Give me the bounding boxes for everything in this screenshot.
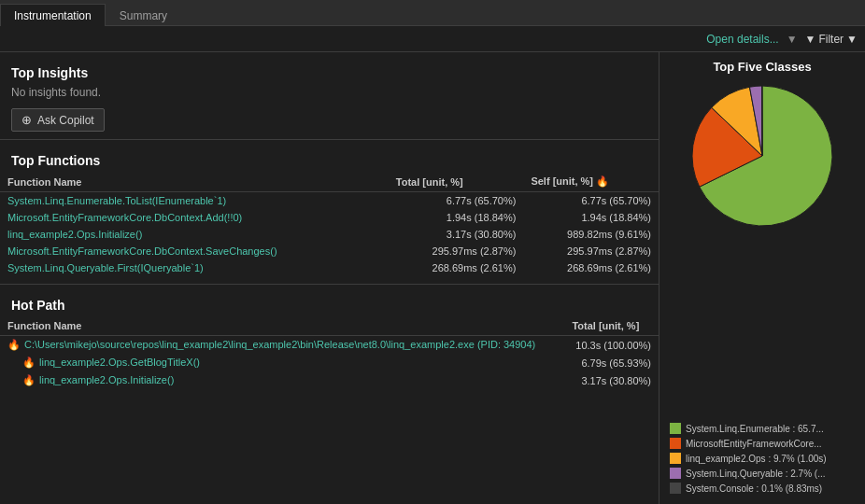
pie-chart	[688, 81, 837, 231]
tab-summary[interactable]: Summary	[106, 4, 181, 26]
legend-label: System.Linq.Queryable : 2.7% (...	[686, 469, 826, 479]
flame-path-icon: 🔥	[7, 339, 21, 350]
self-cell: 6.77s (65.70%)	[523, 192, 659, 210]
function-name-cell[interactable]: Microsoft.EntityFrameworkCore.DbContext.…	[0, 243, 389, 259]
legend-color-swatch	[670, 468, 681, 479]
function-name-cell[interactable]: System.Linq.Enumerable.ToList(IEnumerabl…	[0, 192, 389, 210]
total-cell: 268.69ms (2.61%)	[389, 259, 524, 276]
total-cell: 6.77s (65.70%)	[389, 192, 524, 210]
table-row: System.Linq.Queryable.First(IQueryable`1…	[0, 259, 659, 276]
total-cell: 295.97ms (2.87%)	[389, 243, 524, 259]
self-cell: 1.94s (18.84%)	[523, 209, 659, 226]
legend-item: System.Console : 0.1% (8.83ms)	[667, 482, 858, 495]
main-content: Top Insights No insights found. ⊕ Ask Co…	[0, 52, 865, 504]
copilot-icon: ⊕	[21, 113, 32, 127]
hp-function-name-cell[interactable]: 🔥linq_example2.Ops.Initialize()	[0, 371, 564, 389]
legend-color-swatch	[670, 483, 681, 494]
hp-total-cell: 10.3s (100.00%)	[564, 336, 659, 355]
self-cell: 989.82ms (9.61%)	[523, 226, 659, 243]
self-cell: 295.97ms (2.87%)	[523, 243, 659, 259]
legend-label: System.Linq.Enumerable : 65.7...	[686, 424, 824, 434]
legend-label: MicrosoftEntityFrameworkCore...	[686, 439, 822, 449]
function-name-cell[interactable]: Microsoft.EntityFrameworkCore.DbContext.…	[0, 209, 389, 226]
chart-title: Top Five Classes	[667, 60, 858, 74]
legend-color-swatch	[670, 423, 681, 434]
open-details-link[interactable]: Open details...	[706, 33, 778, 46]
total-cell: 3.17s (30.80%)	[389, 226, 524, 243]
filter-icon: ▼	[805, 33, 816, 46]
hp-function-name-cell[interactable]: 🔥linq_example2.Ops.GetBlogTitleX()	[0, 354, 564, 371]
top-functions-header: Top Functions	[0, 147, 659, 172]
legend-color-swatch	[670, 453, 681, 464]
hp-function-name-cell[interactable]: 🔥C:\Users\mikejo\source\repos\linq_examp…	[0, 336, 564, 355]
left-panel: Top Insights No insights found. ⊕ Ask Co…	[0, 52, 659, 504]
legend-item: System.Linq.Queryable : 2.7% (...	[667, 467, 858, 480]
legend-item: MicrosoftEntityFrameworkCore...	[667, 437, 858, 450]
pie-chart-container	[667, 81, 858, 231]
hp-total-cell: 3.17s (30.80%)	[564, 371, 659, 389]
legend-label: System.Console : 0.1% (8.83ms)	[686, 483, 822, 494]
col-self: Self [unit, %] 🔥	[523, 172, 659, 192]
legend-item: linq_example2.Ops : 9.7% (1.00s)	[667, 452, 858, 465]
col-function-name: Function Name	[0, 172, 389, 192]
hot-icon-header: 🔥	[596, 175, 609, 187]
total-cell: 1.94s (18.84%)	[389, 209, 524, 226]
flame-icon: 🔥	[22, 357, 35, 368]
table-row: System.Linq.Enumerable.ToList(IEnumerabl…	[0, 192, 659, 210]
no-insights-text: No insights found.	[0, 84, 659, 105]
toolbar: Open details... ▼ ▼ Filter ▼	[0, 26, 865, 52]
legend-label: linq_example2.Ops : 9.7% (1.00s)	[686, 454, 827, 464]
self-cell: 268.69ms (2.61%)	[523, 259, 659, 276]
function-name-cell[interactable]: linq_example2.Ops.Initialize()	[0, 226, 389, 243]
filter-button[interactable]: ▼ Filter ▼	[805, 33, 858, 46]
table-row: 🔥linq_example2.Ops.Initialize() 3.17s (3…	[0, 371, 659, 389]
right-panel: Top Five Classes System.Linq.Enumerable …	[659, 52, 865, 504]
function-name-cell[interactable]: System.Linq.Queryable.First(IQueryable`1…	[0, 259, 389, 276]
hot-path-table: Function Name Total [unit, %] 🔥C:\Users\…	[0, 316, 659, 389]
ask-copilot-button[interactable]: ⊕ Ask Copilot	[11, 108, 105, 132]
hot-path-header: Hot Path	[0, 292, 659, 316]
divider-2	[0, 284, 659, 285]
flame-icon: 🔥	[22, 374, 35, 385]
divider-1	[0, 139, 659, 140]
col-hp-total: Total [unit, %]	[564, 316, 659, 336]
table-row: 🔥linq_example2.Ops.GetBlogTitleX() 6.79s…	[0, 354, 659, 371]
legend-item: System.Linq.Enumerable : 65.7...	[667, 422, 858, 435]
table-row: Microsoft.EntityFrameworkCore.DbContext.…	[0, 243, 659, 259]
filter-chevron-icon: ▼	[846, 33, 858, 46]
top-insights-header: Top Insights	[0, 60, 659, 84]
table-row: 🔥C:\Users\mikejo\source\repos\linq_examp…	[0, 336, 659, 355]
hp-total-cell: 6.79s (65.93%)	[564, 354, 659, 371]
table-row: linq_example2.Ops.Initialize() 3.17s (30…	[0, 226, 659, 243]
col-hp-function-name: Function Name	[0, 316, 564, 336]
col-total: Total [unit, %]	[389, 172, 524, 192]
tab-instrumentation[interactable]: Instrumentation	[0, 4, 106, 26]
table-row: Microsoft.EntityFrameworkCore.DbContext.…	[0, 209, 659, 226]
tab-bar: Instrumentation Summary	[0, 0, 865, 26]
chart-legend: System.Linq.Enumerable : 65.7... Microso…	[667, 422, 858, 497]
top-functions-table: Function Name Total [unit, %] Self [unit…	[0, 172, 659, 276]
legend-color-swatch	[670, 438, 681, 449]
